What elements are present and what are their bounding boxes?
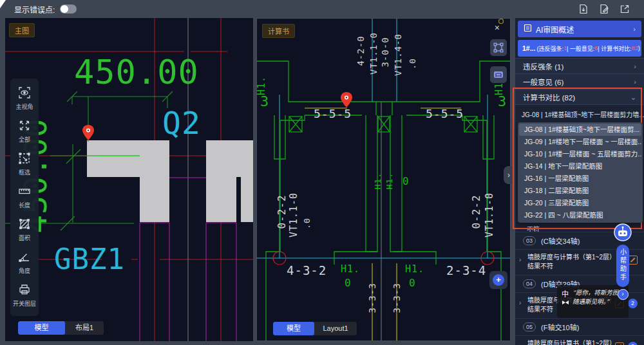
tool-toggle-layers[interactable]: 开关图层 [10,279,39,312]
assistant-widget[interactable]: 小帮助手 › [612,223,633,300]
chevron-right-icon: › [507,171,510,180]
sticker-char: 中 [562,288,569,299]
drawing-selector[interactable]: JG-08 | 1#楼基础顶~地下一层楼面剪力墙... [515,104,644,123]
robot-icon [614,223,632,241]
cad-label-h1: H1. [384,172,394,189]
axis-row-05[interactable]: 05 (F轴交10轴) [515,318,644,335]
cad-label-h1: H1. [373,172,383,189]
section-label: 计算书对比 (82) [523,92,575,102]
comment-count-badge: 2 [628,299,638,308]
tab-model[interactable]: 模型 [18,321,65,335]
issue-number-badge: 03 [523,236,536,245]
dropdown-option[interactable]: JG-09 | 1#楼地下一层楼面 ~ 一层楼面... [519,136,641,148]
edit-file-icon[interactable] [599,4,609,14]
error-pin-main[interactable] [82,125,94,140]
assistant-label-pill[interactable]: 小帮助手 [616,245,629,287]
chevron-right-icon: › [633,25,636,33]
rotated-label: .0 [302,218,312,229]
layers-icon [18,283,31,299]
axis-label-left: 4-3-2 [287,263,327,277]
assistant-expand-button[interactable]: › [618,289,629,300]
axis-label-right: 2-3-4 [446,263,486,277]
tool-label: 主视角 [15,102,33,111]
cad-label-3: 3 [260,93,269,109]
dropdown-option[interactable]: JG-16 | 一层梁配筋图 [519,172,641,185]
main-layout-tabs: 模型 布局1 [18,321,104,335]
wall-label-q2: Q2 [162,105,201,141]
export-file-icon[interactable] [578,4,589,14]
tool-area[interactable]: 面积 [10,214,39,247]
dropdown-option[interactable]: JG-08 | 1#楼基础顶~地下一层楼面剪... [519,124,641,136]
viewer-toolbar: 主视角 全部 框选 长度 面积 角度 [10,79,39,316]
calc-compare-count: 82 [632,45,638,51]
rotated-label: 3-3-3 [367,283,377,313]
section-calc-compare[interactable]: 计算书对比 (82)⌄ [515,89,644,105]
section-label: 一般意见 (6) [523,77,564,87]
project-summary-header[interactable]: 1#... (违反强条:1 | 一般意见:6 | 计算书对比:82) ⌄ [518,40,641,57]
section-general-comments[interactable]: 一般意见 (6)› [515,73,644,89]
dropdown-option[interactable]: JG-14 | 地下一层梁配筋图 [519,160,641,172]
chevron-down-icon: ⌄ [630,93,636,102]
tool-length[interactable]: 长度 [10,181,39,214]
tab-layout1[interactable]: 布局1 [65,321,104,335]
beam-label-left: 5-5-5 [314,107,352,120]
axis-label: (F轴交10轴) [541,322,579,332]
tool-label: 开关图层 [13,299,36,308]
close-icon[interactable]: × [495,23,500,33]
issue-number-badge: 05 [523,322,536,331]
dropdown-option[interactable]: JG-22 | 四 ~ 八层梁配筋图 [519,209,641,221]
dropdown-option[interactable]: JG-18 | 二层梁配筋图 [519,185,641,197]
tab-model[interactable]: 模型 [273,322,314,335]
summary-seg: (违反强条: [536,44,564,53]
tool-label: 全部 [19,135,30,144]
dropdown-option[interactable]: JG-20 | 三层梁配筋图 [519,197,641,209]
issue-number-badge: 04 [523,279,536,288]
tool-angle[interactable]: 角度 [10,247,39,279]
tool-box-select[interactable]: 框选 [10,148,39,181]
comment-count-badge: 2 [628,342,638,345]
tool-label: 面积 [19,234,30,242]
add-button[interactable]: + [489,271,507,289]
chevron-right-icon: › [519,299,527,306]
main-drawing-panel[interactable]: 450.00 450.00 Q2 GBZ1 主图 主视角 全部 框选 [5,18,253,341]
external-link-icon[interactable] [620,4,630,14]
sidebar-collapse-handle[interactable]: › [504,166,514,184]
rotated-label: VT1.1-0 [288,192,299,238]
tool-fit-all[interactable]: 全部 [10,115,39,148]
tool-home-view[interactable]: 主视角 [10,82,39,115]
home-view-icon [18,86,31,102]
project-name: 1#... [522,44,535,52]
section-violations[interactable]: 违反强条 (1)› [515,58,644,74]
assistant-label: 小帮助手 [618,248,628,282]
calc-layout-tabs: 模型 Layout1 [273,322,357,335]
tab-layout1[interactable]: Layout1 [314,322,357,335]
rotated-label: VT1.4-0 [393,33,403,76]
show-error-points-label: 显示错误点: [14,4,55,15]
cad-label-3: 3 [498,93,507,109]
cad-label-h1: H1. [341,263,360,275]
ai-review-overview-header[interactable]: AI审图概述 › [518,21,641,37]
main-drawing-canvas[interactable]: 450.00 450.00 Q2 GBZ1 [5,18,253,341]
rotated-label: 0-2-2 [276,194,288,228]
calc-book-panel[interactable]: H1. 3 H1. 3 H1. H1. 0 H1. 0 H1. 0 5-5-5 … [256,18,511,341]
rotated-label: 3-3-3 [392,283,402,313]
axis-label: (C轴交34轴) [541,236,580,246]
chevron-right-icon: › [519,256,527,263]
show-error-points-toggle[interactable] [60,5,77,14]
bowtie-icon [562,301,569,305]
annotation-card-button[interactable] [490,66,507,83]
summary-seg: | 计算书对比: [598,44,631,53]
chevron-right-icon: › [519,342,527,345]
dropdown-option[interactable]: JG-10 | 1#楼一层楼面 ~ 五层楼面剪力... [519,148,641,160]
frame-select-button[interactable] [490,39,507,56]
wall-fill-left [87,140,169,222]
calc-book-canvas[interactable]: H1. 3 H1. 3 H1. H1. 0 H1. 0 H1. 0 5-5-5 … [257,19,510,340]
calc-book-tag: 计算书 [262,24,295,38]
issue-row[interactable]: › 墙肢厚度与计算书（第1~2层） 2 [515,335,644,345]
section-label: 违反强条 (1) [523,61,564,71]
issue-title: 墙肢厚度与计算书（第1~2层） [527,339,615,345]
edit-note-icon[interactable] [615,342,624,345]
error-pin-calc[interactable] [341,92,352,107]
chevron-down-icon: ⌄ [640,44,641,53]
ai-review-overview-label: AI审图概述 [536,24,574,35]
